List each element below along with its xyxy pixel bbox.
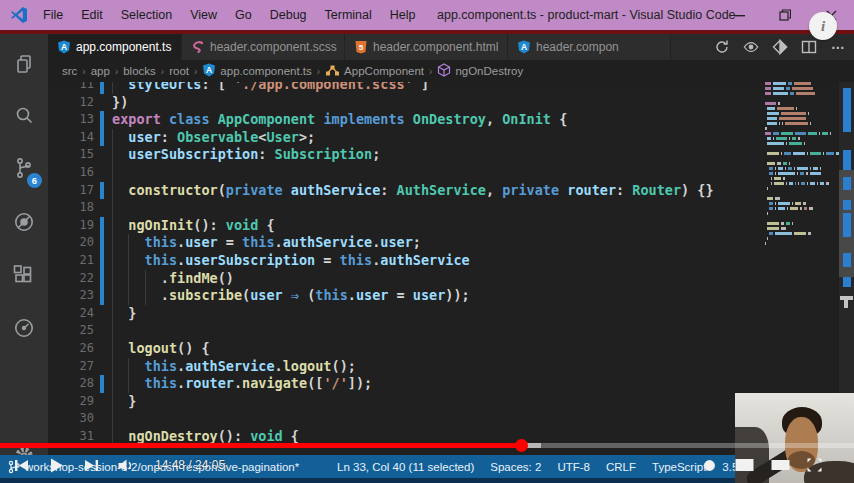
code-text: } [112,393,136,411]
tab-header.component.html[interactable]: 5header.component.html [345,34,508,60]
menu-go[interactable]: Go [226,0,261,30]
menu-terminal[interactable]: Terminal [316,0,381,30]
code-token: AppComponent [218,111,316,127]
status-item[interactable]: Spaces: 2 [490,461,541,473]
modified-line-marker [843,277,851,287]
tab-header.compon[interactable]: Aheader.compon [508,34,671,60]
code-token: this [242,234,275,250]
fullscreen-icon[interactable] [806,457,823,473]
modified-line-marker [843,200,851,210]
code-text: userSubscription: Subscription; [112,146,380,164]
extensions-icon[interactable] [0,254,48,298]
minimap-token [792,137,796,140]
minimap-token [773,82,786,85]
modified-line-indicator [100,82,104,94]
code-token: findMe [169,270,218,286]
minimap-token [800,207,802,210]
info-card-button[interactable]: i [809,12,837,40]
breadcrumb-item-root[interactable]: root [169,65,189,77]
open-preview-icon[interactable] [743,39,759,55]
breadcrumb-item-AppComponent[interactable]: AppComponent [325,63,424,79]
code-token: authService [185,358,274,374]
status-item[interactable]: UTF-8 [557,461,590,473]
minimap-line [765,92,839,95]
miniplayer-icon[interactable] [734,457,755,473]
tab-label: header.component.html [373,40,498,54]
status-item[interactable]: Ln 33, Col 40 (11 selected) [337,461,474,473]
theater-mode-icon[interactable] [770,458,791,472]
breadcrumb-label: src [62,65,77,77]
menu-edit[interactable]: Edit [72,0,112,30]
breadcrumb-item-app[interactable]: app [91,65,110,77]
minimap-token [796,107,797,110]
video-playhead[interactable] [515,439,528,452]
code-token: user [413,287,446,303]
debug-disabled-icon[interactable] [0,200,48,244]
minimize-button[interactable] [716,0,762,30]
tabs: Aapp.component.ts×header.component.scss5… [48,34,671,60]
status-item[interactable]: TypeScript [652,461,706,473]
code-token: router [185,375,234,391]
explorer-icon[interactable] [0,42,48,86]
status-right-items: Ln 33, Col 40 (11 selected)Spaces: 2UTF-… [337,455,748,478]
more-actions-icon[interactable]: ⋯ [830,39,846,55]
minimap-token [767,137,771,140]
settings-gear-icon[interactable] [700,456,719,475]
minimap-token [767,212,768,215]
play-button[interactable] [48,457,65,474]
compare-changes-icon[interactable] [772,39,788,55]
dial-icon[interactable] [0,306,48,350]
code-token: . [177,234,185,250]
minimap-line [765,137,839,140]
source-control-icon[interactable]: 6 [0,146,48,190]
split-editor-icon[interactable] [801,39,817,55]
minimap-token [767,162,775,165]
code-line: 13export class AppComponent implements O… [48,111,765,129]
minimap-line [765,97,839,100]
breadcrumb-item-blocks[interactable]: blocks [123,65,156,77]
titlebar: FileEditSelectionViewGoDebugTerminalHelp… [0,0,854,30]
minimap-token [788,167,792,170]
minimap-token [773,137,774,140]
breadcrumb-item-src[interactable]: src [62,65,77,77]
breadcrumb-item-app.component.ts[interactable]: Aapp.component.ts [202,63,311,79]
line-number: 28 [48,375,94,393]
tab-label: header.component.scss [210,40,337,54]
tab-header.component.scss[interactable]: header.component.scss [182,34,345,60]
tab-app.component.ts[interactable]: Aapp.component.ts× [48,34,182,60]
synchronize-changes-icon[interactable] [714,39,730,55]
menu-help[interactable]: Help [381,0,425,30]
next-button[interactable] [83,458,99,473]
menu-view[interactable]: View [181,0,226,30]
minimap-token [779,122,780,125]
minimap-token [767,187,768,190]
minimap-token [810,167,811,170]
menu-file[interactable]: File [34,0,72,30]
class-symbol-icon [325,63,340,79]
code-token [405,111,413,127]
status-item[interactable]: CRLF [606,461,636,473]
breadcrumb-item-ngOnDestroy[interactable]: ngOnDestroy [437,63,523,79]
minimap-token [803,202,806,205]
line-number: 16 [48,164,94,182]
restore-button[interactable] [762,0,808,30]
volume-icon[interactable] [117,458,135,473]
menu-debug[interactable]: Debug [261,0,316,30]
code-token: ⇒ [291,287,299,303]
code-editor[interactable]: 11 styleUrls: [ './app.component.scss' ]… [48,82,765,455]
minimap-line [765,187,839,190]
code-token [112,340,128,356]
code-text: .subscribe(user ⇒ (this.user = user)); [112,287,470,305]
breadcrumb-label: ngOnDestroy [455,65,523,77]
previous-button[interactable] [14,458,30,473]
minimap-line [765,197,839,200]
search-icon[interactable] [0,94,48,138]
minimap-line [765,192,839,195]
window-title: app.component.ts - product-mart - Visual… [437,0,736,30]
menu-selection[interactable]: Selection [112,0,181,30]
code-token: : [380,182,396,198]
minimap-token [819,132,820,135]
minimap-token [774,182,783,185]
code-token: . [234,375,242,391]
video-timestamp: 14:48 / 24:05 [155,458,225,472]
